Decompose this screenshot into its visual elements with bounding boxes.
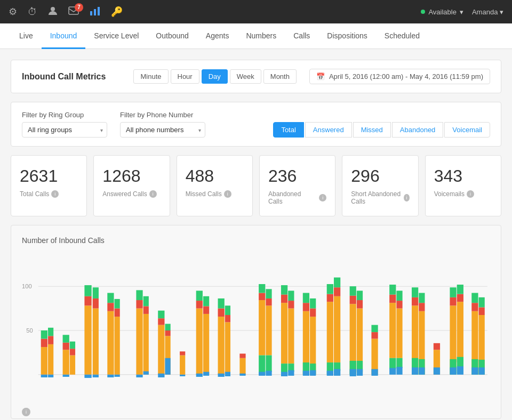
- tab-scheduled[interactable]: Scheduled: [376, 24, 428, 49]
- phone-number-select[interactable]: All phone numbers: [120, 122, 205, 138]
- svg-rect-70: [218, 298, 225, 309]
- missed-calls-info[interactable]: i: [224, 190, 231, 198]
- svg-rect-83: [259, 372, 265, 376]
- svg-rect-38: [115, 309, 120, 317]
- svg-rect-80: [259, 293, 265, 300]
- tab-bar: Live Inbound Service Level Outbound Agen…: [0, 23, 512, 49]
- time-btn-month[interactable]: Month: [263, 69, 297, 84]
- chart-icon[interactable]: [90, 6, 100, 18]
- svg-rect-125: [357, 300, 363, 309]
- ring-group-select[interactable]: All ring groups: [22, 122, 107, 138]
- answered-calls-number: 1268: [102, 166, 140, 186]
- svg-rect-140: [396, 290, 402, 301]
- nav-icons: ⚙ ⏱ 7 🔑: [9, 6, 123, 18]
- svg-rect-18: [63, 350, 69, 375]
- svg-rect-91: [281, 285, 287, 295]
- tab-outbound[interactable]: Outbound: [147, 24, 197, 49]
- svg-rect-101: [303, 293, 309, 303]
- svg-rect-61: [196, 301, 203, 309]
- mail-badge: 7: [75, 3, 83, 12]
- clock-icon[interactable]: ⏱: [28, 6, 37, 18]
- mail-icon[interactable]: 7: [68, 6, 79, 18]
- phone-number-filter: Filter by Phone Number All phone numbers…: [120, 111, 205, 138]
- recycle-icon[interactable]: ⚙: [9, 6, 17, 18]
- svg-rect-28: [84, 375, 91, 378]
- stat-answered-calls: 1268 Answered Calls i: [93, 155, 170, 216]
- view-btn-abandoned[interactable]: Abandoned: [392, 122, 444, 138]
- svg-rect-34: [107, 303, 114, 311]
- view-btn-total[interactable]: Total: [273, 122, 303, 138]
- svg-rect-69: [218, 309, 225, 317]
- tab-numbers[interactable]: Numbers: [237, 24, 285, 49]
- svg-rect-103: [303, 371, 309, 376]
- status-indicator[interactable]: Available ▾: [421, 8, 463, 16]
- missed-calls-label: Missed Calls i: [186, 190, 231, 198]
- svg-rect-71: [218, 374, 225, 377]
- voicemails-info[interactable]: i: [467, 190, 474, 198]
- svg-rect-128: [357, 369, 363, 376]
- svg-rect-111: [327, 284, 333, 294]
- svg-rect-30: [93, 298, 99, 309]
- date-range-picker[interactable]: 📅 April 5, 2016 (12:00 am) - May 4, 2016…: [309, 69, 490, 84]
- person-icon[interactable]: [48, 6, 58, 18]
- svg-rect-24: [70, 342, 75, 349]
- svg-rect-20: [63, 335, 69, 343]
- svg-rect-160: [450, 367, 456, 374]
- tab-live[interactable]: Live: [11, 24, 42, 49]
- svg-rect-67: [203, 372, 209, 376]
- time-btn-minute[interactable]: Minute: [133, 69, 168, 84]
- answered-calls-info[interactable]: i: [149, 190, 157, 198]
- tab-service-level[interactable]: Service Level: [85, 24, 147, 49]
- svg-rect-162: [457, 294, 463, 302]
- svg-rect-84: [266, 305, 271, 355]
- abandoned-calls-info[interactable]: i: [319, 194, 326, 201]
- svg-rect-50: [158, 318, 164, 325]
- svg-rect-23: [70, 349, 75, 355]
- svg-rect-60: [196, 309, 203, 375]
- svg-rect-96: [288, 290, 294, 301]
- svg-rect-126: [357, 290, 363, 300]
- svg-text:50: 50: [26, 327, 33, 334]
- svg-rect-75: [225, 372, 230, 376]
- short-abandoned-number: 296: [351, 166, 379, 186]
- svg-rect-133: [389, 303, 396, 358]
- chart-title: Number of Inbound Calls: [22, 236, 490, 245]
- svg-rect-115: [334, 287, 340, 296]
- svg-rect-142: [396, 367, 402, 375]
- ring-group-select-wrapper: All ring groups ▾: [22, 122, 107, 138]
- svg-rect-77: [239, 354, 245, 358]
- svg-rect-175: [479, 367, 485, 374]
- time-btn-hour[interactable]: Hour: [171, 69, 199, 84]
- time-btn-week[interactable]: Week: [230, 69, 261, 84]
- svg-rect-25: [84, 305, 91, 374]
- tab-calls[interactable]: Calls: [285, 24, 318, 49]
- svg-rect-149: [419, 303, 425, 311]
- svg-rect-120: [350, 296, 356, 304]
- user-menu[interactable]: Amanda ▾: [472, 8, 503, 16]
- svg-rect-154: [434, 343, 440, 350]
- time-btn-day[interactable]: Day: [202, 69, 228, 84]
- svg-rect-35: [107, 293, 114, 303]
- svg-rect-172: [479, 308, 485, 316]
- abandoned-calls-label: Abandoned Calls i: [268, 190, 326, 205]
- svg-rect-168: [471, 293, 478, 303]
- status-arrow: ▾: [460, 8, 463, 16]
- chart-info-icon[interactable]: i: [22, 408, 30, 416]
- tab-inbound[interactable]: Inbound: [42, 24, 86, 49]
- svg-rect-2: [90, 11, 92, 15]
- tab-agents[interactable]: Agents: [197, 24, 238, 49]
- svg-rect-173: [479, 297, 485, 308]
- svg-rect-65: [203, 306, 209, 314]
- svg-rect-66: [203, 296, 209, 306]
- key-icon[interactable]: 🔑: [111, 6, 123, 18]
- svg-rect-22: [70, 356, 75, 375]
- short-abandoned-info[interactable]: i: [404, 194, 410, 201]
- tab-dispositions[interactable]: Dispositions: [318, 24, 375, 49]
- total-calls-info[interactable]: i: [51, 190, 59, 198]
- svg-rect-136: [389, 358, 396, 369]
- view-btn-missed[interactable]: Missed: [353, 122, 391, 138]
- ring-group-filter: Filter by Ring Group All ring groups ▾: [22, 111, 107, 138]
- view-btn-voicemail[interactable]: Voicemail: [444, 122, 490, 138]
- view-btn-answered[interactable]: Answered: [305, 122, 352, 138]
- svg-rect-135: [389, 285, 396, 295]
